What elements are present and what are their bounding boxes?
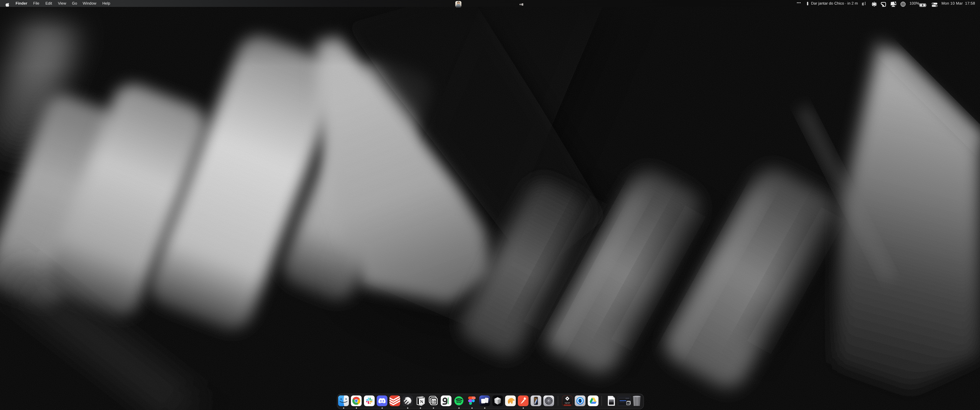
svg-text:N: N (420, 399, 423, 404)
svg-text:10: 10 (432, 399, 436, 404)
svg-text:raycast: raycast (565, 402, 570, 404)
svg-text:11: 11 (627, 402, 629, 405)
